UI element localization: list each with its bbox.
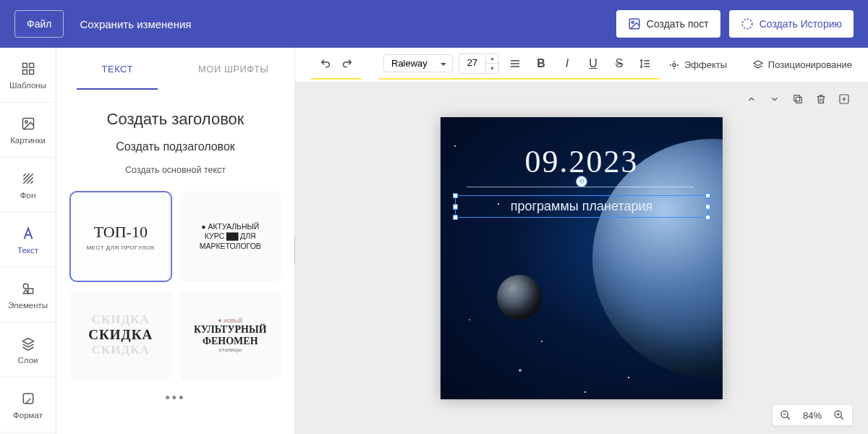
create-post-button[interactable]: Создать пост [616,10,720,38]
add-body-text[interactable]: Создать основной текст [59,159,292,181]
svg-rect-14 [794,95,800,101]
svg-point-2 [742,19,752,29]
card-ghost: СКИДКА [92,312,150,327]
card-line: КУРС ▇▇ ДЛЯ [205,231,256,242]
sidebar-item-format[interactable]: Формат [0,378,56,433]
canvas-area: Raleway 27 ▲▼ B I U S Эффекты Позиционир… [295,48,868,434]
svg-rect-5 [22,69,27,74]
add-heading[interactable]: Создать заголовок [59,104,292,135]
history-group [311,51,362,80]
create-story-label: Создать Историю [760,18,842,30]
file-button[interactable]: Файл [14,10,64,38]
text-template-card[interactable]: ● АКТУАЛЬНЫЙ КУРС ▇▇ ДЛЯ МАРКЕТОЛОГОВ [179,191,282,282]
rotate-handle[interactable]: ⟲ [576,176,587,187]
svg-rect-11 [23,393,33,403]
text-template-card[interactable]: СКИДКА СКИДКА СКИДКА [69,289,172,380]
sidebar-label: Текст [17,246,38,255]
grid-icon [20,61,36,77]
zoom-in-button[interactable] [833,409,845,421]
letter-icon [20,226,36,242]
sidebar-item-images[interactable]: Картинки [0,103,56,158]
card-ghost: СКИДКА [92,343,150,357]
sidebar-item-templates[interactable]: Шаблоны [0,48,56,103]
format-group: Raleway 27 ▲▼ B I U S [379,51,660,80]
effects-button[interactable]: Эффекты [664,59,731,71]
move-up-button[interactable] [744,91,760,107]
text-panel: ТЕКСТ МОИ ШРИФТЫ Создать заголовок Созда… [56,48,295,434]
sidebar-item-elements[interactable]: Элементы [0,268,56,323]
resize-handle[interactable] [453,204,458,209]
positioning-button[interactable]: Позиционирование [752,59,852,71]
text-template-card[interactable]: ● новый КУЛЬТУРНЫЙ ФЕНОМЕН столицы [179,289,282,380]
panel-tabs: ТЕКСТ МОИ ШРИФТЫ [59,48,292,90]
tab-my-fonts[interactable]: МОИ ШРИФТЫ [176,48,292,90]
svg-rect-10 [28,289,33,294]
sparkle-icon [668,59,680,71]
svg-point-1 [631,21,634,23]
svg-rect-13 [796,97,801,103]
add-subheading[interactable]: Создать подзаголовок [59,135,292,159]
moon-decoration [497,275,542,320]
svg-point-8 [25,120,27,122]
save-button[interactable]: Сохранить изменения [74,10,197,38]
zoom-control: 84% [773,405,852,425]
topbar: Файл Сохранить изменения Создать пост Со… [0,0,868,48]
undo-button[interactable] [315,54,336,74]
zoom-value: 84% [800,410,825,421]
align-button[interactable] [505,54,525,74]
sidebar-item-background[interactable]: Фон [0,158,56,213]
main: Шаблоны Картинки Фон Текст Элементы Слои… [0,48,868,434]
duplicate-button[interactable] [790,91,806,107]
svg-point-12 [673,64,676,67]
sidebar-label: Элементы [8,301,48,310]
card-sub: столицы [219,346,242,353]
object-tools [744,91,852,107]
resize-handle[interactable] [453,215,458,220]
underline-button[interactable]: U [583,54,603,74]
resize-handle[interactable] [705,193,710,198]
add-button[interactable] [836,91,852,107]
font-family-select[interactable]: Raleway [383,54,453,72]
tab-text[interactable]: ТЕКСТ [59,48,176,90]
resize-handle[interactable] [453,193,458,198]
resize-handle[interactable] [705,204,710,209]
canvas-wrap[interactable]: 09.2023 ⟲ программы планетария 84% [295,82,868,434]
sidebar-item-layers[interactable]: Слои [0,323,56,378]
delete-button[interactable] [813,91,829,107]
resize-handle[interactable] [705,215,710,220]
canvas-date-text[interactable]: 09.2023 [441,143,723,180]
line-height-button[interactable] [635,54,655,74]
italic-button[interactable]: I [557,54,577,74]
card-sub: МЕСТ ДЛЯ ПРОГУЛОК [87,244,155,251]
bold-button[interactable]: B [531,54,551,74]
move-down-button[interactable] [767,91,783,107]
step-up-icon[interactable]: ▲ [486,54,498,64]
create-post-label: Создать пост [647,18,709,30]
zoom-out-button[interactable] [780,409,791,421]
create-story-button[interactable]: Создать Историю [729,10,854,38]
card-title: КУЛЬТУРНЫЙ [194,324,267,335]
step-down-icon[interactable]: ▼ [486,64,498,73]
dashed-circle-icon [741,17,754,30]
sidebar-label: Фон [20,191,36,200]
text-template-card[interactable]: ТОП-10 МЕСТ ДЛЯ ПРОГУЛОК [69,191,172,282]
artboard[interactable]: 09.2023 ⟲ программы планетария [441,117,723,399]
topbar-left: Файл Сохранить изменения [14,10,197,38]
sidebar-label: Формат [13,411,43,420]
font-size-input[interactable]: 27 [459,54,486,74]
strike-button[interactable]: S [609,54,629,74]
sidebar-item-text[interactable]: Текст [0,213,56,268]
layers-icon [752,59,764,71]
font-size-stepper[interactable]: ▲▼ [486,54,499,74]
card-line: ● АКТУАЛЬНЫЙ [201,222,259,232]
card-tag: ● новый [218,317,242,324]
svg-point-9 [23,284,28,289]
sidebar-label: Слои [18,356,38,365]
sidebar-label: Шаблоны [9,81,46,90]
selected-text-element[interactable]: ⟲ программы планетария [455,195,708,218]
text-options: Создать заголовок Создать подзаголовок С… [59,90,292,191]
redo-button[interactable] [337,54,357,74]
image-icon [628,17,641,30]
effects-label: Эффекты [684,59,727,70]
sidebar-label: Картинки [10,136,46,145]
